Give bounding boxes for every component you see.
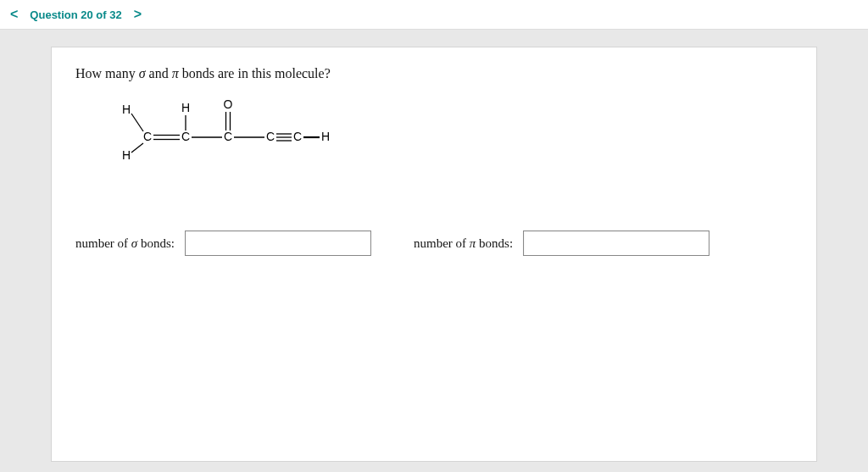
next-question-button[interactable]: > [134, 7, 142, 22]
label-text: number of [75, 236, 131, 250]
label-text: bonds: [137, 236, 175, 250]
atom-label-O: O [224, 97, 233, 111]
question-prompt: How many σ and π bonds are in this molec… [75, 66, 793, 81]
sigma-symbol: σ [139, 66, 146, 81]
pi-answer-label: number of π bonds: [414, 236, 513, 251]
atom-label-C: C [143, 130, 152, 143]
atom-label-C: C [266, 130, 275, 143]
sigma-answer-label: number of σ bonds: [75, 236, 175, 251]
answer-row: number of σ bonds: number of π bonds: [75, 230, 793, 256]
pi-answer-group: number of π bonds: [414, 230, 709, 256]
card-container: How many σ and π bonds are in this molec… [0, 30, 868, 472]
sigma-bonds-input[interactable] [185, 230, 371, 256]
prev-question-button[interactable]: < [10, 7, 18, 22]
bond-single [131, 114, 143, 131]
atom-label-H: H [122, 103, 131, 116]
prompt-text: How many [75, 66, 139, 81]
atom-label-C: C [293, 130, 302, 143]
bond-single [131, 143, 143, 153]
atom-label-C: C [181, 130, 190, 143]
atom-label-H: H [181, 101, 190, 114]
label-text: bonds: [476, 236, 513, 250]
atom-label-C: C [224, 130, 232, 143]
molecule-diagram: H H H O C C C C C H [109, 95, 793, 163]
molecule-svg: H H H O C C C C C H [109, 95, 364, 163]
pi-symbol: π [172, 66, 179, 81]
question-card: How many σ and π bonds are in this molec… [51, 47, 817, 462]
prompt-text: and [146, 66, 172, 81]
prompt-text: bonds are in this molecule? [179, 66, 331, 81]
atom-label-H: H [321, 130, 330, 143]
question-counter: Question 20 of 32 [30, 8, 121, 21]
question-nav-bar: < Question 20 of 32 > [0, 0, 868, 30]
label-text: number of [414, 236, 470, 250]
atom-label-H: H [122, 148, 131, 162]
sigma-answer-group: number of σ bonds: [75, 230, 371, 256]
pi-bonds-input[interactable] [523, 230, 709, 256]
